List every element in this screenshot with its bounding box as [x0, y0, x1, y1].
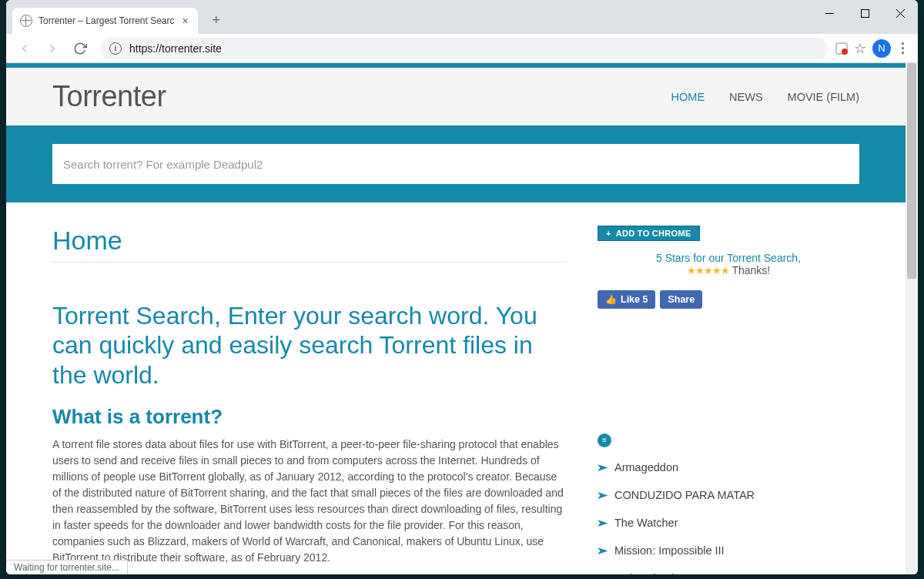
arrow-icon: ➤: [596, 461, 609, 474]
add-to-chrome-label: ADD TO CHROME: [616, 229, 691, 238]
fb-like-button[interactable]: 👍 Like 5: [598, 290, 655, 309]
content-wrap: Home Torrent Search, Enter your search w…: [6, 202, 906, 574]
page-title: Home: [52, 226, 567, 263]
intro-heading: Torrent Search, Enter your search word. …: [52, 301, 567, 390]
browser-toolbar: i https://torrenter.site ☆ N: [6, 34, 918, 63]
body-paragraph: A torrent file stores data about files f…: [52, 437, 567, 566]
tab-title: Torrenter – Largest Torrent Searc: [38, 15, 175, 26]
status-bar: Waiting for torrenter.site...: [6, 560, 128, 574]
page-content: Torrenter HOME NEWS MOVIE (FILM) Home To…: [6, 63, 906, 574]
fb-share-button[interactable]: Share: [660, 290, 702, 309]
search-input[interactable]: [52, 144, 859, 184]
feed-item[interactable]: ➤ Armageddon: [598, 453, 859, 481]
thanks-text: Thanks!: [732, 264, 770, 276]
forward-button[interactable]: [40, 36, 65, 61]
svg-point-5: [842, 49, 848, 55]
viewport: Torrenter HOME NEWS MOVIE (FILM) Home To…: [6, 63, 918, 574]
window-controls: [812, 0, 918, 26]
nav-news[interactable]: NEWS: [729, 91, 763, 103]
nav-movie[interactable]: MOVIE (FILM): [788, 91, 859, 103]
feed-icon[interactable]: ≡: [598, 433, 611, 447]
feed-item[interactable]: ➤ Mission: Impossible III: [598, 537, 859, 564]
minimize-button[interactable]: [812, 0, 847, 26]
feed-item-label: Armageddon: [614, 461, 678, 474]
browser-tab[interactable]: Torrenter – Largest Torrent Searc ×: [12, 8, 198, 34]
top-nav: HOME NEWS MOVIE (FILM): [671, 91, 859, 103]
feed-item[interactable]: ➤ In the Blood: [598, 564, 859, 574]
browser-menu-button[interactable]: [897, 42, 909, 54]
titlebar: Torrenter – Largest Torrent Searc × +: [6, 0, 918, 34]
url-text: https://torrenter.site: [129, 42, 222, 55]
arrow-icon: ➤: [596, 572, 609, 574]
thumbs-up-icon: 👍: [605, 294, 617, 305]
fb-share-label: Share: [668, 294, 695, 305]
arrow-icon: ➤: [596, 517, 609, 529]
section-heading: What is a torrent?: [52, 405, 567, 429]
add-to-chrome-button[interactable]: + ADD TO CHROME: [598, 226, 700, 241]
bookmark-star-icon[interactable]: ☆: [854, 40, 866, 57]
svg-rect-1: [861, 9, 869, 17]
feed-item-label: In the Blood: [614, 572, 674, 574]
arrow-icon: ➤: [596, 544, 609, 557]
back-button[interactable]: [12, 36, 37, 61]
star-icons: ★★★★★: [687, 265, 729, 276]
address-bar[interactable]: i https://torrenter.site: [100, 38, 828, 59]
fb-like-label: Like 5: [621, 294, 648, 305]
site-brand[interactable]: Torrenter: [52, 80, 166, 113]
arrow-icon: ➤: [596, 489, 609, 501]
browser-window: Torrenter – Largest Torrent Searc × + i …: [6, 0, 918, 574]
rating-link[interactable]: 5 Stars for our Torrent Search,: [656, 252, 801, 264]
main-column: Home Torrent Search, Enter your search w…: [52, 226, 567, 574]
sidebar: + ADD TO CHROME 5 Stars for our Torrent …: [598, 226, 859, 574]
site-info-icon[interactable]: i: [109, 42, 122, 55]
scrollbar[interactable]: [906, 63, 918, 574]
close-icon[interactable]: ×: [181, 15, 190, 27]
scrollbar-thumb[interactable]: [907, 63, 916, 279]
close-window-button[interactable]: [882, 0, 918, 26]
rating-box: 5 Stars for our Torrent Search, ★★★★★ Th…: [598, 252, 859, 276]
new-tab-button[interactable]: +: [206, 9, 227, 31]
reload-button[interactable]: [68, 36, 92, 61]
feed-item[interactable]: ➤ CONDUZIDO PARA MATAR: [598, 481, 859, 509]
maximize-button[interactable]: [847, 0, 882, 26]
feed-item[interactable]: ➤ The Watcher: [598, 509, 859, 537]
plus-icon: +: [606, 229, 611, 238]
feed-list: ≡ ➤ Armageddon ➤ CONDUZIDO PARA MATAR ➤ …: [598, 432, 859, 574]
profile-avatar[interactable]: N: [872, 39, 891, 58]
feed-item-label: Mission: Impossible III: [614, 544, 725, 557]
globe-icon: [20, 15, 32, 27]
facebook-buttons: 👍 Like 5 Share: [598, 290, 859, 309]
extension-icon[interactable]: [835, 42, 848, 55]
feed-item-label: CONDUZIDO PARA MATAR: [614, 489, 755, 501]
search-section: [6, 126, 906, 202]
nav-home[interactable]: HOME: [671, 91, 705, 103]
feed-item-label: The Watcher: [614, 517, 678, 529]
site-header: Torrenter HOME NEWS MOVIE (FILM): [6, 68, 906, 126]
